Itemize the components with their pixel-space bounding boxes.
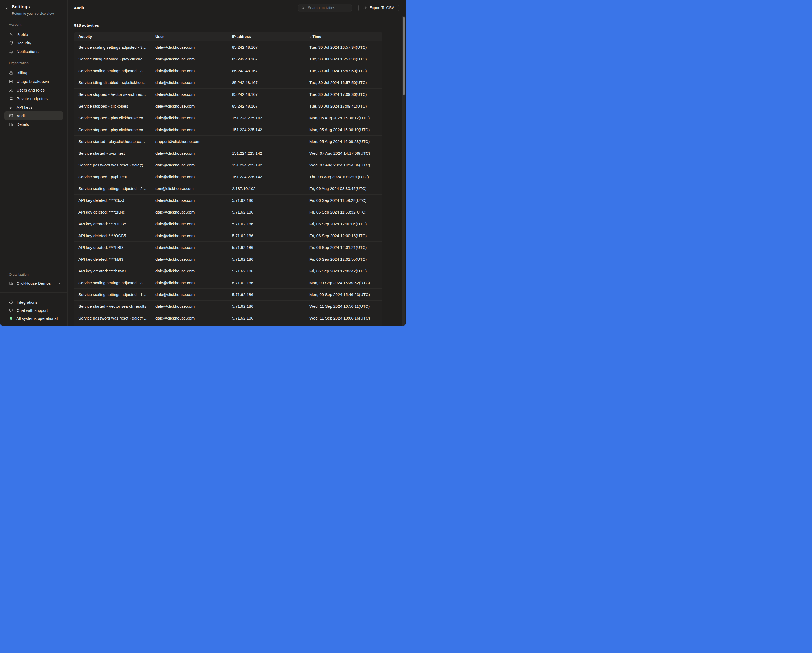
sidebar-item-security[interactable]: Security: [4, 38, 63, 47]
sidebar-item-chat-with-support[interactable]: Chat with support: [4, 306, 63, 314]
time-cell: Fri, 09 Aug 2024 08:30:45(UTC): [309, 186, 382, 191]
ip-address-cell: 151.224.225.142: [232, 151, 309, 156]
table-row: Service started - play.clickhouse.co…sup…: [74, 136, 382, 147]
user-cell: dale@clickhouse.com: [156, 92, 232, 97]
billing-icon: [9, 71, 14, 75]
user-cell: dale@clickhouse.com: [156, 69, 232, 73]
table-row: Service scaling settings adjusted - 3…da…: [74, 41, 382, 53]
sidebar-item-label: API keys: [17, 105, 32, 110]
ip-address-cell: 151.224.225.142: [232, 116, 309, 120]
activity-cell: API key created: ****OCB5: [74, 221, 156, 226]
table-row: API key created: ****hBI3dale@clickhouse…: [74, 241, 382, 253]
activity-cell: Service scaling settings adjusted - 2…: [74, 186, 156, 191]
table-row: Service stopped - play.clickhouse.co…dal…: [74, 112, 382, 124]
sidebar-item-profile[interactable]: Profile: [4, 30, 63, 38]
user-cell: tom@clickhouse.com: [156, 186, 232, 191]
column-header-time[interactable]: ↓Time: [309, 35, 382, 39]
sidebar-item-integrations[interactable]: Integrations: [4, 298, 63, 306]
sidebar-item-label: Billing: [17, 71, 27, 75]
table-row: Service scaling settings adjusted - 1…da…: [74, 288, 382, 300]
activity-cell: API key deleted: ****hBI3: [74, 257, 156, 261]
table-row: Service stopped - play.clickhouse.co…dal…: [74, 124, 382, 136]
back-button[interactable]: [4, 6, 10, 11]
export-csv-button[interactable]: Export To CSV: [359, 4, 399, 12]
usage-chart-icon: [9, 79, 14, 84]
sidebar-item-label: Private endpoints: [17, 96, 47, 101]
ip-address-cell: 85.242.48.167: [232, 69, 309, 73]
ip-address-cell: 5.71.62.186: [232, 281, 309, 285]
activity-cell: Service scaling settings adjusted - 1…: [74, 292, 156, 297]
status-dot-icon: [9, 317, 13, 320]
scrollbar-thumb[interactable]: [403, 17, 405, 95]
activity-cell: Service started - pypi_test: [74, 151, 156, 156]
time-cell: Mon, 05 Aug 2024 15:36:12(UTC): [309, 116, 382, 120]
sidebar-item-usage-breakdown[interactable]: Usage breakdown: [4, 77, 63, 85]
table-header-row: ActivityUserIP address↓Time: [74, 32, 382, 41]
user-cell: dale@clickhouse.com: [156, 45, 232, 49]
time-cell: Tue, 30 Jul 2024 16:57:34(UTC): [309, 57, 382, 61]
column-header-user[interactable]: User: [156, 35, 232, 39]
sidebar-bottom: Organization ClickHouse Demos Integratio…: [0, 272, 67, 326]
user-cell: dale@clickhouse.com: [156, 257, 232, 261]
activity-cell: Service password was reset - dale@…: [74, 163, 156, 167]
table-row: Service password was reset - dale@…dale@…: [74, 312, 382, 324]
time-cell: Wed, 11 Sep 2024 18:06:16(UTC): [309, 316, 382, 320]
time-cell: Mon, 05 Aug 2024 15:36:19(UTC): [309, 127, 382, 132]
column-header-label: User: [156, 35, 164, 39]
search-input[interactable]: [307, 5, 349, 10]
user-cell: dale@clickhouse.com: [156, 80, 232, 85]
org-name: ClickHouse Demos: [17, 281, 51, 285]
sidebar-item-api-keys[interactable]: API keys: [4, 103, 63, 111]
column-header-label: Time: [313, 35, 321, 39]
settings-subtitle: Return to your service view: [12, 12, 62, 15]
building-icon: [9, 122, 14, 127]
time-cell: Fri, 06 Sep 2024 12:00:04(UTC): [309, 221, 382, 226]
sidebar-item-details[interactable]: Details: [4, 120, 63, 128]
section-label-account: Account: [9, 23, 67, 26]
user-cell: dale@clickhouse.com: [156, 116, 232, 120]
system-status[interactable]: All systems operational: [4, 314, 63, 322]
user-cell: dale@clickhouse.com: [156, 127, 232, 132]
time-cell: Wed, 07 Aug 2024 14:17:09(UTC): [309, 151, 382, 156]
activity-cell: Service password was reset - dale@…: [74, 316, 156, 320]
time-cell: Fri, 06 Sep 2024 11:59:28(UTC): [309, 198, 382, 203]
scrollbar-track[interactable]: [402, 16, 406, 326]
sidebar-item-users-and-roles[interactable]: Users and roles: [4, 85, 63, 94]
activity-cell: Service stopped - clickpipes: [74, 104, 156, 108]
time-cell: Tue, 30 Jul 2024 16:57:50(UTC): [309, 69, 382, 73]
topbar: Audit Export To CSV: [68, 0, 406, 16]
ip-address-cell: 85.242.48.167: [232, 80, 309, 85]
ip-address-cell: 151.224.225.142: [232, 127, 309, 132]
org-switcher[interactable]: ClickHouse Demos: [4, 279, 63, 287]
sidebar-item-audit[interactable]: Audit: [4, 111, 63, 120]
user-cell: support@clickhouse.com: [156, 139, 232, 144]
ip-address-cell: 5.71.62.186: [232, 198, 309, 203]
table-row: Service started - pypi_testdale@clickhou…: [74, 147, 382, 159]
app-window: Settings Return to your service view Acc…: [0, 0, 406, 326]
user-cell: dale@clickhouse.com: [156, 104, 232, 108]
sidebar-item-billing[interactable]: Billing: [4, 69, 63, 77]
table-row: API key deleted: ****OCB5dale@clickhouse…: [74, 230, 382, 241]
audit-icon: [9, 113, 14, 118]
chat-icon: [9, 308, 14, 313]
table-row: API key deleted: ****CbzJdale@clickhouse…: [74, 194, 382, 206]
user-cell: dale@clickhouse.com: [156, 210, 232, 214]
sidebar-item-notifications[interactable]: Notifications: [4, 47, 63, 56]
table-row: API key created: ****OCB5dale@clickhouse…: [74, 218, 382, 230]
user-cell: dale@clickhouse.com: [156, 233, 232, 238]
sidebar-item-label: Users and roles: [17, 88, 45, 92]
ip-address-cell: 5.71.62.186: [232, 316, 309, 320]
ip-address-cell: -: [232, 139, 309, 144]
user-cell: dale@clickhouse.com: [156, 269, 232, 273]
activity-cell: Service idling disabled - sql.clickhou…: [74, 80, 156, 85]
column-header-label: IP address: [232, 35, 251, 39]
table-row: API key created: ****bXWTdale@clickhouse…: [74, 265, 382, 277]
sidebar-item-private-endpoints[interactable]: Private endpoints: [4, 94, 63, 103]
time-cell: Wed, 07 Aug 2024 14:24:06(UTC): [309, 163, 382, 167]
column-header-ip-address[interactable]: IP address: [232, 35, 309, 39]
table-row: API key deleted: ****2KNcdale@clickhouse…: [74, 206, 382, 218]
ip-address-cell: 5.71.62.186: [232, 292, 309, 297]
time-cell: Mon, 09 Sep 2024 15:39:52(UTC): [309, 281, 382, 285]
table-row: Service scaling settings adjusted - 2…to…: [74, 183, 382, 194]
column-header-activity[interactable]: Activity: [74, 35, 156, 39]
